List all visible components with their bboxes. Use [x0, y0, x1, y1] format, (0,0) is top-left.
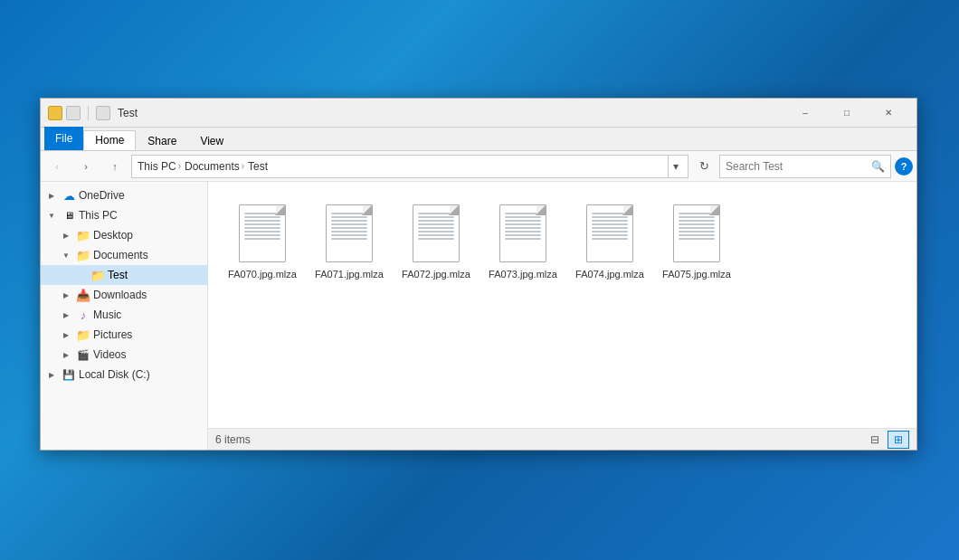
path-segment-test: Test: [248, 160, 268, 173]
back-button[interactable]: ‹: [44, 155, 70, 178]
path-chevron-1: ›: [178, 161, 181, 171]
help-button[interactable]: ?: [895, 157, 913, 176]
expand-onedrive[interactable]: ▶: [44, 188, 59, 203]
thispc-icon: 🖥: [62, 208, 76, 223]
maximize-button[interactable]: □: [826, 99, 868, 128]
file-icon: [581, 201, 639, 266]
address-path[interactable]: This PC › Documents › Test ▾: [131, 155, 688, 178]
pictures-icon: 📁: [76, 327, 90, 342]
file-name: FA074.jpg.mlza: [575, 268, 644, 280]
file-item[interactable]: FA072.jpg.mlza: [396, 196, 476, 285]
up-button[interactable]: ↑: [102, 155, 128, 178]
view-list-button[interactable]: ⊟: [864, 431, 886, 449]
sidebar-item-thispc[interactable]: ▼ 🖥 This PC: [41, 205, 207, 225]
close-button[interactable]: ✕: [868, 99, 909, 128]
window-title: Test: [118, 107, 784, 119]
generic-file-shape: [326, 204, 373, 262]
sidebar-label-documents: Documents: [93, 249, 148, 261]
sidebar-item-videos[interactable]: ▶ 🎬 Videos: [41, 345, 207, 365]
view-grid-button[interactable]: ⊞: [888, 431, 909, 449]
sidebar-item-music[interactable]: ▶ ♪ Music: [41, 305, 207, 325]
forward-button[interactable]: ›: [73, 155, 99, 178]
expand-documents[interactable]: ▼: [59, 248, 73, 262]
sidebar-item-localdisk[interactable]: ▶ 💾 Local Disk (C:): [41, 365, 207, 384]
file-item[interactable]: FA075.jpg.mlza: [657, 196, 736, 285]
onedrive-icon: ☁: [62, 188, 76, 203]
sidebar-label-pictures: Pictures: [93, 328, 132, 341]
sidebar-label-music: Music: [93, 308, 121, 321]
minimize-button[interactable]: –: [784, 99, 826, 128]
documents-icon: 📁: [76, 248, 90, 262]
explorer-window: Test – □ ✕ File Home Share View ‹ › ↑ Th…: [40, 98, 917, 451]
path-segment-thispc: This PC ›: [138, 160, 181, 173]
tab-view[interactable]: View: [188, 130, 235, 150]
tab-home[interactable]: Home: [83, 130, 136, 150]
status-bar: 6 items ⊟ ⊞: [208, 428, 916, 450]
path-chevron-2: ›: [242, 161, 244, 171]
file-icon: [320, 201, 378, 266]
file-icon: [668, 201, 726, 266]
expand-test: [73, 268, 88, 282]
expand-music[interactable]: ▶: [59, 308, 73, 322]
sidebar-item-onedrive[interactable]: ▶ ☁ OneDrive: [41, 185, 207, 205]
path-segment-documents: Documents ›: [185, 160, 244, 173]
main-area: ▶ ☁ OneDrive ▼ 🖥 This PC ▶ 📁 Desktop ▼ 📁…: [41, 182, 916, 450]
sidebar-item-downloads[interactable]: ▶ 📥 Downloads: [41, 285, 207, 305]
tab-share[interactable]: Share: [136, 130, 188, 150]
music-icon: ♪: [76, 308, 90, 322]
view-buttons: ⊟ ⊞: [864, 431, 909, 449]
expand-downloads[interactable]: ▶: [59, 288, 73, 302]
sidebar-label-onedrive: OneDrive: [79, 189, 125, 202]
path-label-thispc: This PC: [138, 160, 176, 173]
file-name: FA075.jpg.mlza: [662, 268, 731, 280]
sidebar-item-pictures[interactable]: ▶ 📁 Pictures: [41, 325, 207, 345]
file-item[interactable]: FA070.jpg.mlza: [223, 196, 302, 285]
path-dropdown-button[interactable]: ▾: [668, 155, 682, 178]
file-name: FA070.jpg.mlza: [228, 268, 297, 280]
sidebar-label-desktop: Desktop: [93, 229, 133, 242]
generic-file-shape: [413, 204, 460, 262]
file-icon: [407, 201, 465, 266]
title-bar: Test – □ ✕: [41, 99, 916, 128]
sidebar-item-test[interactable]: 📁 Test: [41, 265, 207, 285]
expand-desktop[interactable]: ▶: [59, 228, 73, 242]
desktop-icon: 📁: [76, 228, 90, 242]
downloads-icon: 📥: [76, 288, 90, 302]
file-item[interactable]: FA073.jpg.mlza: [483, 196, 563, 285]
refresh-button[interactable]: ↻: [692, 155, 716, 178]
address-bar: ‹ › ↑ This PC › Documents › Test ▾ ↻ 🔍 ?: [41, 151, 916, 182]
item-count: 6 items: [215, 433, 251, 446]
title-separator: [88, 106, 89, 120]
generic-file-shape: [239, 204, 286, 262]
sidebar-label-test: Test: [108, 269, 128, 281]
sidebar: ▶ ☁ OneDrive ▼ 🖥 This PC ▶ 📁 Desktop ▼ 📁…: [41, 182, 208, 450]
expand-thispc[interactable]: ▼: [44, 208, 59, 223]
sidebar-item-documents[interactable]: ▼ 📁 Documents: [41, 245, 207, 265]
search-box[interactable]: 🔍: [719, 155, 891, 178]
sidebar-item-desktop[interactable]: ▶ 📁 Desktop: [41, 225, 207, 245]
file-item[interactable]: FA074.jpg.mlza: [570, 196, 650, 285]
title-bar-icons: [48, 106, 110, 120]
file-area: FA070.jpg.mlza FA071.jpg.mlza FA072.jpg.…: [208, 182, 916, 450]
expand-localdisk[interactable]: ▶: [44, 367, 59, 382]
expand-videos[interactable]: ▶: [59, 347, 73, 362]
path-label-test: Test: [248, 160, 268, 173]
title-icon-2: [96, 106, 110, 120]
file-item[interactable]: FA071.jpg.mlza: [309, 196, 389, 285]
generic-file-shape: [673, 204, 720, 262]
expand-pictures[interactable]: ▶: [59, 327, 73, 342]
ribbon-tabs: File Home Share View: [41, 128, 916, 151]
sidebar-label-localdisk: Local Disk (C:): [79, 368, 150, 381]
file-name: FA072.jpg.mlza: [402, 268, 470, 280]
test-folder-icon: 📁: [90, 268, 105, 282]
sidebar-label-thispc: This PC: [79, 209, 118, 222]
search-icon[interactable]: 🔍: [871, 160, 885, 173]
search-input[interactable]: [726, 160, 871, 173]
sidebar-label-downloads: Downloads: [93, 289, 147, 301]
title-icon-1: [66, 106, 81, 120]
file-name: FA073.jpg.mlza: [489, 268, 557, 280]
localdisk-icon: 💾: [62, 367, 76, 382]
generic-file-shape: [499, 204, 546, 262]
path-label-documents: Documents: [185, 160, 240, 173]
tab-file[interactable]: File: [44, 127, 83, 150]
